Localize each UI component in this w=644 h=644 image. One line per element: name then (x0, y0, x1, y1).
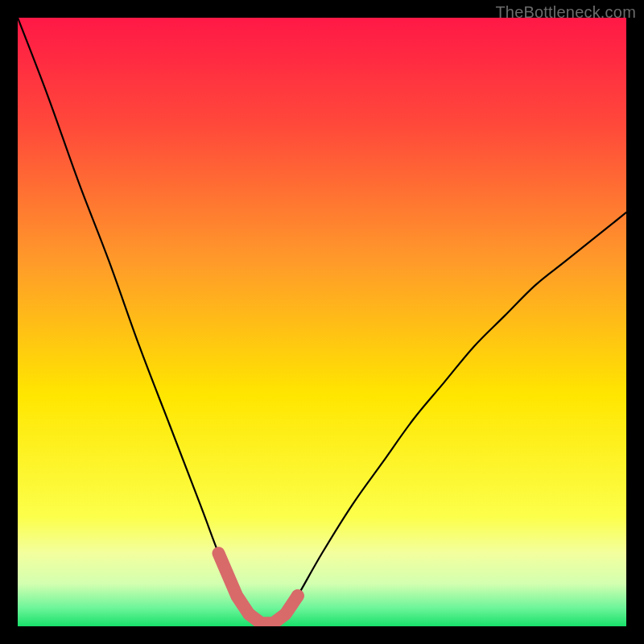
bottleneck-plot (18, 18, 626, 626)
chart-frame (18, 18, 626, 626)
watermark-text: TheBottleneck.com (495, 3, 636, 22)
gradient-background (18, 18, 626, 626)
